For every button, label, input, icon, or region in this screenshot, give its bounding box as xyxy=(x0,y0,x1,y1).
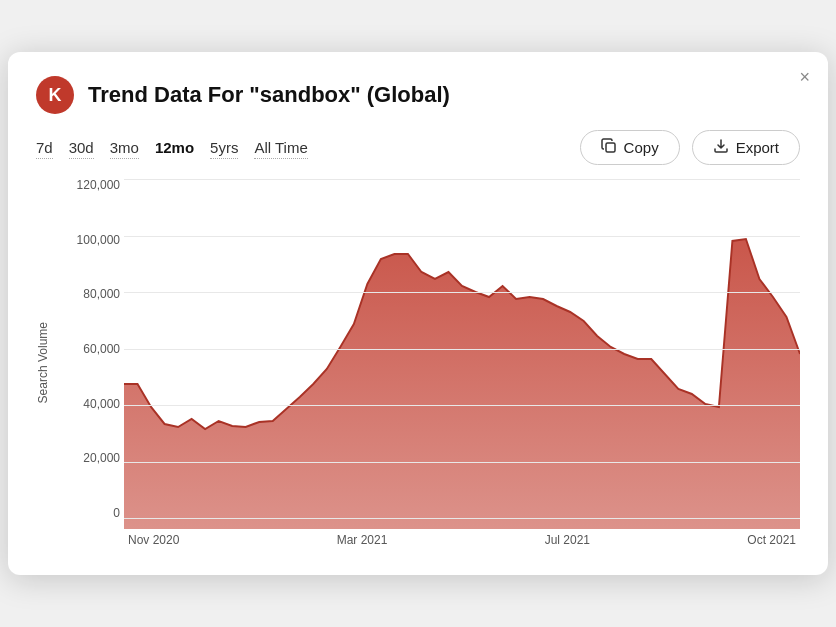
svg-rect-0 xyxy=(606,143,615,152)
export-button[interactable]: Export xyxy=(692,130,800,165)
y-tick-80k: 80,000 xyxy=(56,288,120,300)
y-tick-0: 0 xyxy=(56,507,120,519)
y-tick-100k: 100,000 xyxy=(56,234,120,246)
copy-label: Copy xyxy=(624,139,659,156)
x-label-nov2020: Nov 2020 xyxy=(128,533,179,547)
x-axis-labels: Nov 2020 Mar 2021 Jul 2021 Oct 2021 xyxy=(124,533,800,547)
chart-inner: Nov 2020 Mar 2021 Jul 2021 Oct 2021 xyxy=(124,179,800,547)
filter-3mo[interactable]: 3mo xyxy=(110,137,139,159)
chart-container: 120,000 100,000 80,000 60,000 40,000 20,… xyxy=(56,179,800,547)
x-label-mar2021: Mar 2021 xyxy=(337,533,388,547)
chart-svg xyxy=(124,179,800,529)
trend-modal: × K Trend Data For "sandbox" (Global) 7d… xyxy=(8,52,828,575)
filter-12mo[interactable]: 12mo xyxy=(155,137,194,158)
close-button[interactable]: × xyxy=(799,68,810,86)
y-tick-60k: 60,000 xyxy=(56,343,120,355)
action-buttons: Copy Export xyxy=(580,130,800,165)
filter-7d[interactable]: 7d xyxy=(36,137,53,159)
copy-button[interactable]: Copy xyxy=(580,130,680,165)
filter-5yrs[interactable]: 5yrs xyxy=(210,137,238,159)
chart-area: Search Volume 120,000 100,000 80,000 60,… xyxy=(36,179,800,547)
modal-header: K Trend Data For "sandbox" (Global) xyxy=(36,76,800,114)
y-axis-label: Search Volume xyxy=(36,322,50,403)
y-tick-120k: 120,000 xyxy=(56,179,120,191)
y-tick-20k: 20,000 xyxy=(56,452,120,464)
k-logo: K xyxy=(36,76,74,114)
y-tick-40k: 40,000 xyxy=(56,398,120,410)
copy-icon xyxy=(601,138,617,157)
x-label-oct2021: Oct 2021 xyxy=(747,533,796,547)
export-label: Export xyxy=(736,139,779,156)
x-label-jul2021: Jul 2021 xyxy=(545,533,590,547)
time-filter-group: 7d 30d 3mo 12mo 5yrs All Time xyxy=(36,137,308,159)
y-axis-ticks: 120,000 100,000 80,000 60,000 40,000 20,… xyxy=(56,179,120,519)
page-title: Trend Data For "sandbox" (Global) xyxy=(88,82,450,108)
export-icon xyxy=(713,138,729,157)
filter-alltime[interactable]: All Time xyxy=(254,137,307,159)
toolbar: 7d 30d 3mo 12mo 5yrs All Time Copy xyxy=(36,130,800,165)
filter-30d[interactable]: 30d xyxy=(69,137,94,159)
